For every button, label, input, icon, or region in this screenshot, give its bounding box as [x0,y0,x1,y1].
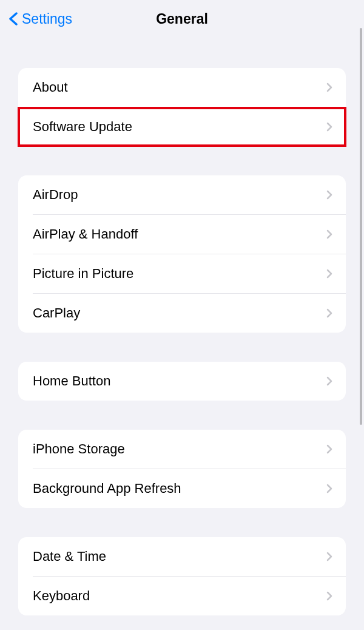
row-keyboard[interactable]: Keyboard [18,577,346,615]
row-about[interactable]: About [18,68,346,107]
chevron-right-icon [326,308,332,318]
back-label: Settings [22,11,72,27]
row-carplay[interactable]: CarPlay [18,294,346,333]
row-label: AirPlay & Handoff [33,226,326,242]
row-label: iPhone Storage [33,441,326,457]
chevron-right-icon [326,376,332,386]
back-button[interactable]: Settings [8,11,72,27]
chevron-right-icon [326,190,332,200]
row-label: Software Update [33,119,326,135]
row-label: Keyboard [33,588,326,604]
chevron-right-icon [326,122,332,132]
navigation-header: Settings General [0,0,364,38]
row-software-update[interactable]: Software Update [18,107,346,146]
settings-group: Date & Time Keyboard [18,537,346,615]
row-label: About [33,80,326,95]
row-label: AirDrop [33,187,326,203]
settings-group: AirDrop AirPlay & Handoff Picture in Pic… [18,175,346,333]
chevron-right-icon [326,552,332,561]
chevron-left-icon [8,12,18,25]
chevron-right-icon [326,83,332,92]
row-label: CarPlay [33,305,326,321]
row-label: Picture in Picture [33,266,326,282]
settings-group: Home Button [18,362,346,401]
row-label: Background App Refresh [33,481,326,496]
chevron-right-icon [326,229,332,239]
chevron-right-icon [326,591,332,601]
row-home-button[interactable]: Home Button [18,362,346,401]
chevron-right-icon [326,484,332,493]
settings-group: iPhone Storage Background App Refresh [18,430,346,508]
row-label: Home Button [33,373,326,389]
row-airplay-handoff[interactable]: AirPlay & Handoff [18,215,346,254]
row-picture-in-picture[interactable]: Picture in Picture [18,254,346,293]
content-area: About Software Update AirDrop AirPlay & … [0,38,364,615]
row-airdrop[interactable]: AirDrop [18,175,346,214]
scrollbar[interactable] [360,28,362,425]
row-background-app-refresh[interactable]: Background App Refresh [18,469,346,508]
row-iphone-storage[interactable]: iPhone Storage [18,430,346,469]
chevron-right-icon [326,444,332,454]
settings-group: About Software Update [18,68,346,146]
page-title: General [156,11,208,27]
row-label: Date & Time [33,549,326,564]
chevron-right-icon [326,269,332,279]
row-date-time[interactable]: Date & Time [18,537,346,576]
